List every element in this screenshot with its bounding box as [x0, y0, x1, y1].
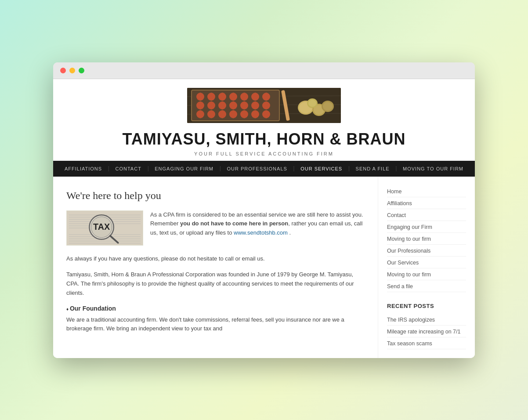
- sidebar-nav-item-home[interactable]: Home: [387, 185, 466, 197]
- recent-post-link-irs[interactable]: The IRS apologizes: [387, 317, 435, 323]
- nav-item-professionals[interactable]: OUR PROFESSIONALS: [221, 161, 293, 177]
- svg-point-16: [240, 93, 248, 101]
- nav-item-services[interactable]: OUR SERVICES: [294, 161, 348, 177]
- third-paragraph: Tamiyasu, Smith, Horn & Braun A Professi…: [66, 270, 365, 297]
- svg-point-18: [262, 93, 270, 101]
- svg-point-23: [240, 101, 248, 109]
- site-nav: AFFILIATIONS | CONTACT | ENGAGING OUR FI…: [53, 161, 475, 177]
- svg-point-28: [218, 110, 226, 118]
- browser-content: TAMIYASU, SMITH, HORN & BRAUN YOUR FULL …: [53, 79, 475, 358]
- site-tagline: YOUR FULL SERVICE ACCOUNTING FIRM: [62, 151, 466, 156]
- svg-point-20: [207, 101, 215, 109]
- svg-point-27: [207, 110, 215, 118]
- nav-list: AFFILIATIONS | CONTACT | ENGAGING OUR FI…: [53, 161, 475, 177]
- sidebar-link-home[interactable]: Home: [387, 188, 401, 195]
- sidebar-nav-item-contact[interactable]: Contact: [387, 209, 466, 221]
- nav-item-affiliations[interactable]: AFFILIATIONS: [58, 161, 108, 177]
- recent-post-link-mileage[interactable]: Mileage rate increasing on 7/1: [387, 329, 460, 335]
- recent-post-mileage[interactable]: Mileage rate increasing on 7/1: [387, 326, 466, 337]
- svg-point-29: [229, 110, 237, 118]
- site-header: TAMIYASU, SMITH, HORN & BRAUN YOUR FULL …: [53, 79, 475, 161]
- maximize-button[interactable]: [79, 68, 84, 73]
- close-button[interactable]: [60, 68, 66, 73]
- nav-link-moving[interactable]: MOVING TO OUR FIRM: [397, 161, 470, 177]
- recent-post-irs[interactable]: The IRS apologizes: [387, 314, 466, 326]
- main-layout: We're here to help you: [53, 177, 475, 358]
- sidebar-nav-list: Home Affiliations Contact Engaging our F…: [387, 185, 466, 292]
- sidebar-link-send[interactable]: Send a file: [387, 283, 413, 290]
- svg-point-21: [218, 101, 226, 109]
- nav-link-contact[interactable]: CONTACT: [109, 161, 148, 177]
- site-banner: [187, 88, 341, 123]
- sidebar-link-professionals[interactable]: Our Professionals: [387, 248, 430, 254]
- intro-end: .: [288, 229, 291, 236]
- sidebar-link-engaging[interactable]: Engaging our Firm: [387, 224, 432, 230]
- sidebar-link-contact[interactable]: Contact: [387, 212, 406, 218]
- foundation-text: We are a traditional accounting firm. We…: [66, 315, 365, 334]
- browser-chrome: [53, 62, 475, 79]
- svg-point-24: [251, 101, 259, 109]
- recent-posts-list: The IRS apologizes Mileage rate increasi…: [387, 314, 466, 349]
- svg-point-41: [323, 102, 333, 111]
- sidebar-nav-item-services[interactable]: Our Services: [387, 257, 466, 268]
- intro-bold: you do not have to come here in person: [180, 220, 288, 227]
- nav-item-contact[interactable]: CONTACT: [109, 161, 148, 177]
- svg-point-17: [251, 93, 259, 101]
- recent-post-scams[interactable]: Tax season scams: [387, 337, 466, 349]
- tax-image-inner: TAX: [67, 211, 143, 245]
- page-heading: We're here to help you: [66, 190, 365, 202]
- sidebar-link-affiliations[interactable]: Affiliations: [387, 200, 412, 206]
- sidebar-nav-item-professionals[interactable]: Our Professionals: [387, 245, 466, 257]
- svg-point-19: [196, 101, 204, 109]
- svg-point-12: [196, 93, 204, 101]
- sidebar-nav-item-moving2[interactable]: Moving to our firm: [387, 268, 466, 280]
- svg-point-30: [240, 110, 248, 118]
- svg-point-25: [262, 101, 270, 109]
- foundation-heading: Our Foundation: [66, 305, 365, 312]
- sidebar-nav-item-engaging[interactable]: Engaging our Firm: [387, 221, 466, 233]
- nav-link-affiliations[interactable]: AFFILIATIONS: [58, 161, 108, 177]
- sidebar-link-services[interactable]: Our Services: [387, 260, 419, 266]
- sidebar-nav-item-moving1[interactable]: Moving to our firm: [387, 233, 466, 245]
- sendtoshb-link[interactable]: www.sendtotshb.com: [234, 229, 288, 236]
- tax-image: TAX: [66, 210, 143, 246]
- recent-posts-title: RECENT POSTS: [387, 303, 466, 309]
- recent-post-link-scams[interactable]: Tax season scams: [387, 340, 432, 347]
- sidebar-link-moving1[interactable]: Moving to our firm: [387, 236, 431, 242]
- nav-link-services[interactable]: OUR SERVICES: [294, 161, 348, 177]
- sidebar-link-moving2[interactable]: Moving to our firm: [387, 272, 431, 278]
- site-title: TAMIYASU, SMITH, HORN & BRAUN: [62, 130, 466, 148]
- sidebar: Home Affiliations Contact Engaging our F…: [378, 177, 475, 358]
- nav-item-moving[interactable]: MOVING TO OUR FIRM: [397, 161, 470, 177]
- nav-item-engaging[interactable]: ENGAGING OUR FIRM: [148, 161, 220, 177]
- sidebar-nav-item-affiliations[interactable]: Affiliations: [387, 197, 466, 209]
- svg-point-39: [308, 100, 316, 107]
- sidebar-nav-item-send[interactable]: Send a file: [387, 280, 466, 292]
- nav-link-send[interactable]: SEND A FILE: [350, 161, 396, 177]
- svg-text:TAX: TAX: [93, 221, 110, 231]
- nav-link-professionals[interactable]: OUR PROFESSIONALS: [221, 161, 293, 177]
- svg-point-13: [207, 93, 215, 101]
- browser-window: TAMIYASU, SMITH, HORN & BRAUN YOUR FULL …: [53, 62, 475, 358]
- content-block: TAX As a CPA firm is considered to be an…: [66, 210, 365, 246]
- svg-point-15: [229, 93, 237, 101]
- svg-point-26: [196, 110, 204, 118]
- nav-link-engaging[interactable]: ENGAGING OUR FIRM: [148, 161, 220, 177]
- minimize-button[interactable]: [69, 68, 75, 73]
- svg-point-32: [262, 110, 270, 118]
- main-content: We're here to help you: [53, 177, 378, 358]
- second-paragraph: As always if you have any questions, ple…: [66, 254, 365, 264]
- svg-point-31: [251, 110, 259, 118]
- svg-point-14: [218, 93, 226, 101]
- nav-item-send[interactable]: SEND A FILE: [350, 161, 396, 177]
- svg-point-22: [229, 101, 237, 109]
- intro-text: As a CPA firm is considered to be an ess…: [150, 210, 365, 246]
